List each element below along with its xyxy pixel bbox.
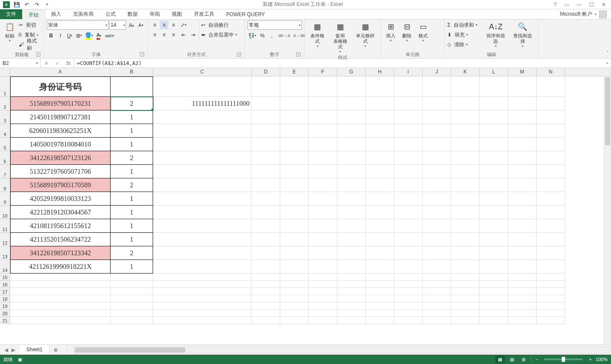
- underline-button[interactable]: U▾: [65, 31, 74, 40]
- cell[interactable]: [252, 246, 280, 260]
- cell[interactable]: [252, 274, 280, 281]
- row-header[interactable]: 3: [0, 110, 10, 124]
- name-box[interactable]: B2▾: [0, 59, 41, 68]
- cell[interactable]: [451, 219, 480, 233]
- tab-review[interactable]: 审阅: [144, 9, 166, 19]
- cell[interactable]: [451, 295, 480, 302]
- column-header-A[interactable]: A: [10, 68, 111, 76]
- orientation-button[interactable]: ⤢▾: [179, 21, 188, 29]
- cell[interactable]: [366, 178, 394, 192]
- cell[interactable]: 1: [111, 206, 153, 219]
- paste-button[interactable]: 📋 粘贴 ▾: [3, 20, 17, 43]
- cell[interactable]: [252, 192, 280, 206]
- cell[interactable]: [111, 281, 153, 288]
- cell[interactable]: [451, 206, 480, 219]
- vertical-scrollbar[interactable]: [604, 76, 611, 344]
- cell[interactable]: [309, 246, 337, 260]
- cell[interactable]: [252, 302, 280, 310]
- cell[interactable]: [480, 295, 508, 302]
- cell[interactable]: [394, 295, 423, 302]
- cell[interactable]: [337, 310, 366, 317]
- cell[interactable]: [337, 138, 366, 151]
- cell[interactable]: [537, 76, 565, 97]
- column-header-C[interactable]: C: [153, 68, 252, 76]
- cell[interactable]: [252, 233, 280, 246]
- cell[interactable]: [537, 110, 565, 124]
- cell[interactable]: [309, 138, 337, 151]
- cell[interactable]: [508, 274, 537, 281]
- cell[interactable]: [153, 206, 252, 219]
- cell[interactable]: [280, 138, 309, 151]
- row-header[interactable]: 2: [0, 97, 10, 110]
- border-button[interactable]: ⊞▾: [75, 31, 83, 40]
- cell[interactable]: [309, 124, 337, 138]
- column-header-M[interactable]: M: [508, 68, 537, 76]
- column-header-L[interactable]: L: [480, 68, 508, 76]
- cell[interactable]: [10, 310, 111, 317]
- cell[interactable]: [366, 124, 394, 138]
- cell[interactable]: [153, 151, 252, 165]
- cell[interactable]: [309, 192, 337, 206]
- font-color-button[interactable]: A▾: [95, 31, 103, 40]
- cell[interactable]: [366, 295, 394, 302]
- cell[interactable]: 62060119830625251X: [10, 124, 111, 138]
- cell[interactable]: [480, 192, 508, 206]
- cell[interactable]: [394, 288, 423, 295]
- cell[interactable]: 1: [111, 219, 153, 233]
- cell[interactable]: [252, 219, 280, 233]
- cell[interactable]: [309, 317, 337, 324]
- cell[interactable]: [423, 281, 451, 288]
- qat-customize[interactable]: ▼: [43, 0, 52, 9]
- cell[interactable]: [508, 246, 537, 260]
- cell[interactable]: [508, 76, 537, 97]
- cell[interactable]: [451, 76, 480, 97]
- enter-formula-button[interactable]: ✓: [52, 60, 63, 66]
- cell[interactable]: [153, 76, 252, 97]
- find-select-button[interactable]: 🔍查找和选择▾: [510, 20, 535, 49]
- clear-button[interactable]: ◇ 清除▾: [447, 40, 481, 49]
- zoom-level[interactable]: 100%: [596, 357, 608, 362]
- ribbon-display-options[interactable]: ▭: [563, 2, 571, 8]
- cell[interactable]: [280, 165, 309, 178]
- row-header[interactable]: 8: [0, 178, 10, 192]
- normal-view-button[interactable]: ▦: [495, 356, 505, 363]
- row-header[interactable]: 6: [0, 151, 10, 165]
- cell[interactable]: [394, 192, 423, 206]
- cell[interactable]: [280, 219, 309, 233]
- cell[interactable]: [280, 310, 309, 317]
- cell[interactable]: [423, 178, 451, 192]
- cell[interactable]: [394, 206, 423, 219]
- cell[interactable]: [451, 192, 480, 206]
- cell[interactable]: [280, 295, 309, 302]
- minimize-button[interactable]: —: [575, 2, 583, 8]
- font-name-combo[interactable]: 宋体▾: [47, 20, 108, 30]
- cell[interactable]: [394, 138, 423, 151]
- cell[interactable]: [153, 219, 252, 233]
- cell[interactable]: [508, 302, 537, 310]
- cell[interactable]: [537, 178, 565, 192]
- cell[interactable]: [451, 138, 480, 151]
- save-button[interactable]: 💾: [12, 0, 21, 9]
- table-style-button[interactable]: ▦套用 表格格式▾: [330, 20, 351, 54]
- cell[interactable]: [366, 219, 394, 233]
- row-header[interactable]: 14: [0, 260, 10, 274]
- cell[interactable]: [337, 192, 366, 206]
- wrap-text-button[interactable]: ↩ 自动换行: [201, 20, 237, 30]
- cell[interactable]: [480, 206, 508, 219]
- cell[interactable]: [508, 97, 537, 110]
- cell[interactable]: [480, 124, 508, 138]
- cell[interactable]: [423, 165, 451, 178]
- cell[interactable]: [153, 138, 252, 151]
- cell[interactable]: [337, 260, 366, 274]
- column-header-B[interactable]: B: [111, 68, 153, 76]
- cell[interactable]: [252, 288, 280, 295]
- cell[interactable]: [10, 295, 111, 302]
- cell[interactable]: [280, 274, 309, 281]
- cell[interactable]: [280, 97, 309, 110]
- align-right-button[interactable]: ≡: [169, 31, 178, 39]
- cell[interactable]: [394, 151, 423, 165]
- cell[interactable]: [394, 233, 423, 246]
- align-middle-button[interactable]: ≡: [160, 21, 168, 29]
- bold-button[interactable]: B: [47, 31, 55, 40]
- cell[interactable]: [394, 302, 423, 310]
